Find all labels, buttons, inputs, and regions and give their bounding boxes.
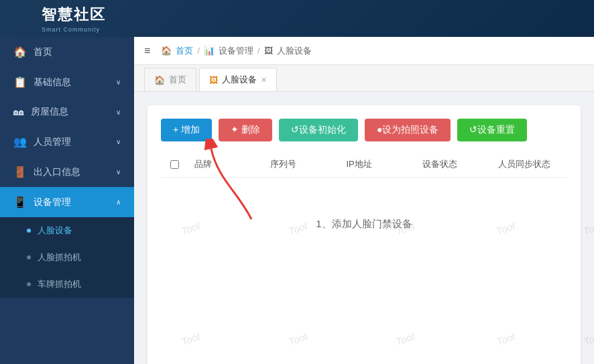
watermark-9: Toot bbox=[495, 330, 517, 348]
inactive-dot-icon-2 bbox=[27, 282, 31, 286]
sidebar-item-people-mgmt-label: 人员管理 bbox=[34, 136, 71, 148]
tab-face-device-label: 人脸设备 bbox=[222, 74, 257, 86]
delete-button[interactable]: ✦ 删除 bbox=[219, 119, 272, 141]
watermark-5: Toot bbox=[582, 220, 594, 237]
breadcrumb-bar: ≡ 🏠 首页 / 📊 设备管理 / 🖼 人脸设备 bbox=[134, 37, 594, 65]
sidebar: 🏠 首页 📋 基础信息 ∨ 🏘 房屋信息 ∨ 👥 人员管理 ∨ 🚪 出入口信息 … bbox=[0, 37, 134, 364]
empty-state-text: 1、添加人脸门禁设备 bbox=[316, 218, 412, 231]
home-icon: 🏠 bbox=[13, 46, 27, 58]
chevron-down-icon-2: ∨ bbox=[116, 109, 121, 116]
chevron-down-icon-4: ∨ bbox=[116, 168, 121, 176]
sidebar-item-home[interactable]: 🏠 首页 bbox=[0, 37, 134, 67]
toolbar: + 增加 ✦ 删除 ↺设备初始化 ●设为拍照设备 ↺设备重置 bbox=[161, 119, 567, 141]
watermark-10: Toot bbox=[582, 330, 594, 348]
sidebar-sub-plate-camera[interactable]: 车牌抓拍机 bbox=[0, 271, 134, 298]
device-mgmt-icon: 📱 bbox=[13, 196, 27, 208]
breadcrumb-face-device-icon: 🖼 bbox=[264, 46, 273, 56]
sidebar-item-home-label: 首页 bbox=[34, 46, 52, 58]
breadcrumb-home-icon: 🏠 bbox=[161, 46, 172, 56]
people-mgmt-icon: 👥 bbox=[13, 135, 27, 148]
sidebar-sub-face-camera-label: 人脸抓拍机 bbox=[38, 251, 81, 263]
sidebar-sub-face-camera[interactable]: 人脸抓拍机 bbox=[0, 244, 134, 271]
sidebar-item-basic-info-label: 基础信息 bbox=[34, 76, 71, 88]
main-content: + 增加 ✦ 删除 ↺设备初始化 ●设为拍照设备 ↺设备重置 品牌 序列号 bbox=[134, 92, 594, 364]
basic-info-icon: 📋 bbox=[13, 76, 27, 88]
breadcrumb-face-device: 人脸设备 bbox=[277, 45, 312, 57]
col-ip-label: IP地址 bbox=[346, 159, 371, 169]
sidebar-item-access-info[interactable]: 🚪 出入口信息 ∨ bbox=[0, 157, 134, 187]
sidebar-sub-menu: 人脸设备 人脸抓拍机 车牌抓拍机 bbox=[0, 217, 134, 298]
col-status-label: 设备状态 bbox=[422, 159, 457, 169]
content-card: + 增加 ✦ 删除 ↺设备初始化 ●设为拍照设备 ↺设备重置 品牌 序列号 bbox=[147, 105, 581, 364]
table-col-ip: IP地址 bbox=[339, 158, 415, 170]
col-serial-label: 序列号 bbox=[270, 159, 296, 169]
tab-face-device[interactable]: 🖼 人脸设备 ✕ bbox=[199, 68, 277, 91]
watermark-6: Toot bbox=[180, 330, 202, 348]
sidebar-item-device-mgmt[interactable]: 📱 设备管理 ∧ bbox=[0, 187, 134, 217]
top-header: 智慧社区 Smart Community bbox=[0, 0, 594, 37]
logo-text: 智慧社区 bbox=[42, 5, 106, 25]
chevron-down-icon: ∨ bbox=[116, 78, 121, 86]
init-device-button[interactable]: ↺设备初始化 bbox=[279, 119, 358, 141]
active-dot-icon bbox=[27, 229, 31, 233]
breadcrumb-sep1: / bbox=[197, 46, 200, 56]
sidebar-sub-face-device-label: 人脸设备 bbox=[38, 225, 72, 237]
content-area: ≡ 🏠 首页 / 📊 设备管理 / 🖼 人脸设备 🏠 首页 🖼 人脸设备 ✕ bbox=[134, 37, 594, 364]
sidebar-sub-plate-camera-label: 车牌抓拍机 bbox=[38, 278, 81, 290]
tab-close-icon[interactable]: ✕ bbox=[261, 76, 267, 84]
tab-home-icon: 🏠 bbox=[154, 75, 165, 85]
empty-state: 1、添加人脸门禁设备 bbox=[161, 178, 567, 257]
chevron-up-icon: ∧ bbox=[116, 198, 121, 206]
tabs-bar: 🏠 首页 🖼 人脸设备 ✕ bbox=[134, 65, 594, 92]
tab-home[interactable]: 🏠 首页 bbox=[144, 68, 196, 91]
reset-device-button[interactable]: ↺设备重置 bbox=[457, 119, 527, 141]
table-header: 品牌 序列号 IP地址 设备状态 人员同步状态 bbox=[161, 151, 567, 178]
sidebar-item-house-info-label: 房屋信息 bbox=[31, 106, 68, 118]
hamburger-menu-icon[interactable]: ≡ bbox=[144, 45, 150, 57]
inactive-dot-icon bbox=[27, 255, 31, 259]
sidebar-item-basic-info[interactable]: 📋 基础信息 ∨ bbox=[0, 67, 134, 97]
tab-home-label: 首页 bbox=[169, 74, 186, 86]
col-sync-status-label: 人员同步状态 bbox=[498, 159, 550, 169]
breadcrumb-sep2: / bbox=[257, 46, 260, 56]
table-col-serial: 序列号 bbox=[263, 158, 339, 170]
table-col-brand: 品牌 bbox=[188, 158, 263, 170]
house-info-icon: 🏘 bbox=[13, 106, 24, 118]
table-col-sync-status: 人员同步状态 bbox=[491, 158, 567, 170]
col-brand-label: 品牌 bbox=[194, 159, 212, 169]
sidebar-item-access-info-label: 出入口信息 bbox=[34, 166, 80, 178]
access-info-icon: 🚪 bbox=[13, 166, 27, 178]
breadcrumb-device-mgmt: 设备管理 bbox=[219, 45, 253, 57]
logo-sub: Smart Community bbox=[42, 26, 106, 33]
tab-face-device-icon: 🖼 bbox=[209, 75, 218, 85]
sidebar-item-device-mgmt-label: 设备管理 bbox=[34, 196, 71, 208]
chevron-down-icon-3: ∨ bbox=[116, 138, 121, 145]
table-checkbox-col bbox=[161, 158, 188, 170]
select-all-checkbox[interactable] bbox=[170, 160, 179, 169]
sidebar-item-people-mgmt[interactable]: 👥 人员管理 ∨ bbox=[0, 127, 134, 157]
sidebar-item-house-info[interactable]: 🏘 房屋信息 ∨ bbox=[0, 97, 134, 127]
breadcrumb-home[interactable]: 首页 bbox=[176, 45, 193, 57]
add-button[interactable]: + 增加 bbox=[161, 119, 212, 141]
watermark-8: Toot bbox=[394, 330, 416, 348]
logo-area: 智慧社区 Smart Community bbox=[10, 5, 137, 33]
watermark-7: Toot bbox=[287, 330, 309, 348]
breadcrumb-device-mgmt-icon: 📊 bbox=[204, 46, 215, 56]
sidebar-sub-face-device[interactable]: 人脸设备 bbox=[0, 217, 134, 244]
main-layout: 🏠 首页 📋 基础信息 ∨ 🏘 房屋信息 ∨ 👥 人员管理 ∨ 🚪 出入口信息 … bbox=[0, 37, 594, 364]
set-camera-button[interactable]: ●设为拍照设备 bbox=[365, 119, 451, 141]
table-col-status: 设备状态 bbox=[416, 158, 491, 170]
